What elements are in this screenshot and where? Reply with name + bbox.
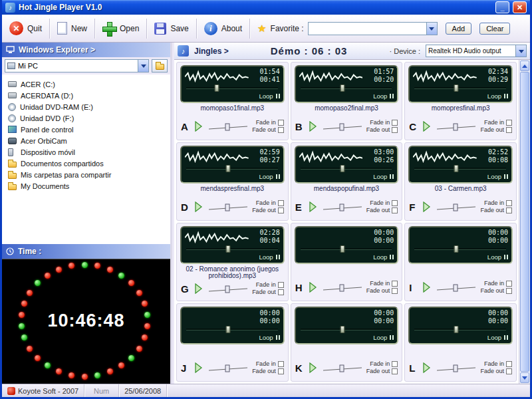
tree-item[interactable]: Acer OrbiCam	[3, 135, 169, 146]
play-button[interactable]	[194, 121, 203, 132]
volume-fader[interactable]	[322, 362, 363, 374]
open-button[interactable]: Open	[95, 15, 146, 42]
loop-toggle[interactable]: Loop	[373, 92, 387, 100]
tree-item[interactable]: My Documents	[3, 180, 169, 192]
seek-slider[interactable]	[299, 84, 394, 92]
seek-handle[interactable]	[226, 165, 231, 172]
volume-fader[interactable]	[322, 201, 363, 213]
tree-item[interactable]: ACER (C:)	[3, 78, 169, 90]
fade-in-checkbox[interactable]	[506, 200, 512, 206]
pause-icon[interactable]	[390, 174, 394, 179]
pause-icon[interactable]	[504, 94, 508, 98]
loop-toggle[interactable]: Loop	[259, 334, 273, 341]
volume-fader[interactable]	[207, 362, 249, 374]
seek-slider[interactable]	[299, 165, 394, 172]
fade-out-checkbox[interactable]	[278, 289, 284, 295]
fade-in-checkbox[interactable]	[392, 120, 398, 126]
chevron-down-icon[interactable]	[138, 60, 148, 72]
add-button[interactable]: Add	[446, 23, 472, 35]
pause-icon[interactable]	[276, 255, 280, 259]
scrollbar-thumb[interactable]	[520, 72, 529, 372]
seek-handle[interactable]	[340, 84, 344, 92]
fade-out-checkbox[interactable]	[506, 207, 512, 213]
fade-in-checkbox[interactable]	[392, 200, 398, 206]
close-button[interactable]: ✕	[513, 1, 527, 13]
pause-icon[interactable]	[504, 255, 508, 259]
volume-fader[interactable]	[436, 281, 477, 293]
play-button[interactable]	[309, 201, 317, 212]
fade-out-checkbox[interactable]	[392, 207, 398, 213]
loop-toggle[interactable]: Loop	[373, 173, 387, 180]
seek-groove[interactable]	[186, 168, 278, 170]
new-button[interactable]: New	[50, 15, 94, 42]
quit-button[interactable]: ✕ Quit	[2, 15, 49, 42]
seek-slider[interactable]	[412, 245, 508, 253]
loop-toggle[interactable]: Loop	[373, 253, 387, 261]
play-button[interactable]	[422, 201, 431, 212]
vertical-scrollbar[interactable]	[519, 60, 530, 384]
loop-toggle[interactable]: Loop	[487, 334, 501, 341]
folder-up-button[interactable]	[152, 59, 168, 72]
seek-groove[interactable]	[414, 168, 506, 170]
seek-slider[interactable]	[412, 84, 508, 92]
volume-fader[interactable]	[322, 281, 363, 293]
seek-handle[interactable]	[454, 326, 459, 333]
fade-out-checkbox[interactable]	[506, 368, 512, 374]
fade-out-checkbox[interactable]	[392, 288, 398, 294]
fade-out-checkbox[interactable]	[278, 207, 284, 213]
seek-groove[interactable]	[186, 248, 278, 250]
fade-in-checkbox[interactable]	[278, 361, 284, 367]
tree-item[interactable]: Unidad DVD (F:)	[3, 112, 169, 124]
fade-in-checkbox[interactable]	[392, 361, 398, 367]
scroll-down-button[interactable]	[520, 372, 529, 383]
fade-out-checkbox[interactable]	[278, 127, 284, 133]
save-button[interactable]: Save	[147, 15, 196, 42]
seek-slider[interactable]	[299, 245, 394, 253]
seek-handle[interactable]	[340, 326, 344, 333]
play-button[interactable]	[309, 362, 317, 373]
loop-toggle[interactable]: Loop	[487, 92, 501, 100]
seek-slider[interactable]	[184, 326, 280, 333]
seek-handle[interactable]	[454, 245, 459, 253]
play-button[interactable]	[422, 362, 431, 373]
tree-item[interactable]: Documentos compartidos	[3, 158, 169, 169]
fade-out-checkbox[interactable]	[392, 127, 398, 133]
pause-icon[interactable]	[390, 255, 394, 259]
seek-slider[interactable]	[184, 84, 280, 92]
loop-toggle[interactable]: Loop	[259, 253, 273, 261]
pause-icon[interactable]	[276, 335, 280, 340]
seek-slider[interactable]	[184, 165, 280, 172]
play-button[interactable]	[422, 121, 431, 132]
favorite-combo[interactable]	[308, 22, 438, 35]
seek-slider[interactable]	[299, 326, 394, 333]
loop-toggle[interactable]: Loop	[487, 173, 501, 180]
fade-in-checkbox[interactable]	[278, 120, 284, 126]
pause-icon[interactable]	[390, 335, 394, 340]
fade-in-checkbox[interactable]	[506, 361, 512, 367]
loop-toggle[interactable]: Loop	[487, 253, 501, 261]
fade-in-checkbox[interactable]	[278, 282, 284, 288]
volume-fader[interactable]	[436, 201, 477, 213]
play-button[interactable]	[422, 282, 431, 293]
seek-handle[interactable]	[454, 84, 459, 92]
tree-item[interactable]: Unidad DVD-RAM (E:)	[3, 101, 169, 112]
seek-groove[interactable]	[414, 87, 506, 89]
pause-icon[interactable]	[276, 174, 280, 179]
pause-icon[interactable]	[276, 94, 280, 98]
volume-fader[interactable]	[207, 120, 249, 132]
seek-groove[interactable]	[414, 248, 506, 250]
fade-in-checkbox[interactable]	[506, 120, 512, 126]
play-button[interactable]	[309, 121, 317, 132]
clear-button[interactable]: Clear	[479, 23, 510, 35]
chevron-down-icon[interactable]	[426, 23, 437, 35]
minimize-button[interactable]: _	[495, 1, 509, 13]
play-button[interactable]	[309, 282, 317, 293]
pause-icon[interactable]	[504, 174, 508, 179]
fade-in-checkbox[interactable]	[506, 281, 512, 287]
fade-out-checkbox[interactable]	[392, 368, 398, 374]
volume-fader[interactable]	[436, 120, 477, 132]
fade-out-checkbox[interactable]	[506, 127, 512, 133]
volume-fader[interactable]	[322, 120, 363, 132]
volume-fader[interactable]	[436, 362, 477, 374]
fade-in-checkbox[interactable]	[278, 200, 284, 206]
